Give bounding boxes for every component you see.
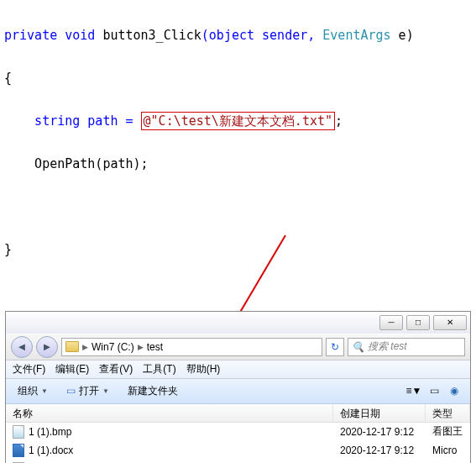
breadcrumb-drive[interactable]: Win7 (C:) <box>92 341 134 353</box>
highlighted-path-string: @"C:\test\新建文本文档.txt" <box>141 112 335 130</box>
column-header-name[interactable]: 名称 <box>6 404 333 422</box>
address-bar[interactable]: ▶ Win7 (C:) ▶ test <box>61 338 322 356</box>
navigation-bar: ◄ ► ▶ Win7 (C:) ▶ test ↻ 🔍 搜索 test <box>6 334 470 360</box>
file-row[interactable]: 1 (1).bmp2020-12-17 9:12看图王 <box>6 423 470 441</box>
preview-pane-button[interactable]: ▭ <box>425 381 443 400</box>
help-button[interactable]: ◉ <box>445 381 463 400</box>
search-icon: 🔍 <box>352 341 364 353</box>
breadcrumb-folder[interactable]: test <box>147 341 163 353</box>
menu-view[interactable]: 查看(V) <box>99 362 133 376</box>
refresh-button[interactable]: ↻ <box>326 338 344 356</box>
file-date: 2020-12-17 9:12 <box>333 424 426 440</box>
file-row[interactable]: 1 (1).docx2020-12-17 9:12Micro <box>6 441 470 460</box>
chevron-right-icon[interactable]: ▶ <box>138 343 144 351</box>
nav-forward-button[interactable]: ► <box>36 336 58 358</box>
search-placeholder: 搜索 test <box>368 339 407 354</box>
maximize-button[interactable]: □ <box>406 315 430 330</box>
chevron-right-icon[interactable]: ▶ <box>82 343 88 351</box>
menu-file[interactable]: 文件(F) <box>13 362 45 376</box>
view-options-button[interactable]: ≡▼ <box>405 381 423 400</box>
organize-button[interactable]: 组织▼ <box>13 382 53 400</box>
menu-help[interactable]: 帮助(H) <box>186 362 221 376</box>
file-date: 2020-12-17 9:12 <box>333 460 426 464</box>
file-icon <box>13 425 24 439</box>
window-titlebar[interactable]: ─ □ ✕ <box>6 312 470 334</box>
file-list: 名称 创建日期 类型 1 (1).bmp2020-12-17 9:12看图王1 … <box>6 404 470 464</box>
menu-bar: 文件(F) 编辑(E) 查看(V) 工具(T) 帮助(H) <box>6 360 470 379</box>
file-row[interactable]: 1 (1).txt2020-12-17 9:12文本文 <box>6 460 470 464</box>
menu-tools[interactable]: 工具(T) <box>143 362 175 376</box>
file-type: Micro <box>426 442 470 459</box>
file-type: 文本文 <box>426 459 470 463</box>
chevron-down-icon: ▼ <box>41 387 48 395</box>
open-button[interactable]: ▭打开▼ <box>61 382 114 400</box>
file-explorer-window: ─ □ ✕ ◄ ► ▶ Win7 (C:) ▶ test ↻ 🔍 搜索 test… <box>5 311 471 464</box>
file-name: 1 (1).bmp <box>29 426 71 438</box>
chevron-down-icon: ▼ <box>102 387 109 395</box>
column-header-type[interactable]: 类型 <box>426 404 470 422</box>
menu-edit[interactable]: 编辑(E) <box>55 362 89 376</box>
column-header-date[interactable]: 创建日期 <box>333 404 426 422</box>
nav-back-button[interactable]: ◄ <box>11 336 33 358</box>
new-folder-button[interactable]: 新建文件夹 <box>123 382 183 400</box>
file-name: 1 (1).docx <box>29 445 73 456</box>
folder-icon <box>65 341 79 352</box>
keyword: private void <box>4 28 102 43</box>
search-input[interactable]: 🔍 搜索 test <box>348 338 465 356</box>
code-editor: private void button3_Click(object sender… <box>0 0 476 286</box>
minimize-button[interactable]: ─ <box>379 315 403 330</box>
file-date: 2020-12-17 9:12 <box>333 442 426 459</box>
file-type: 看图王 <box>426 422 470 441</box>
column-headers: 名称 创建日期 类型 <box>6 404 470 423</box>
toolbar: 组织▼ ▭打开▼ 新建文件夹 ≡▼ ▭ ◉ <box>6 379 470 404</box>
file-icon <box>13 444 24 457</box>
close-button[interactable]: ✕ <box>433 315 467 330</box>
